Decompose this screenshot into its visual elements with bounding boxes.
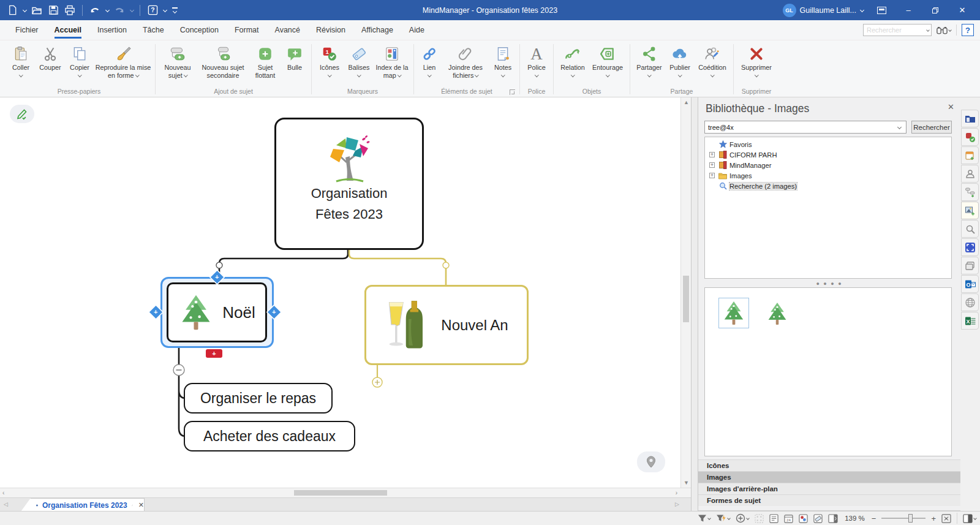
panel-layout-icon[interactable] <box>963 514 976 523</box>
expand-icon[interactable]: + <box>709 173 715 178</box>
copier-button[interactable]: Copier <box>65 43 94 87</box>
open-file-icon[interactable] <box>31 4 43 17</box>
undo-dropdown-icon[interactable] <box>105 8 110 12</box>
panel-resize-dots[interactable]: ● ● ● ● <box>698 281 960 287</box>
redo-icon[interactable] <box>113 4 126 17</box>
icones-button[interactable]: 1 Icônes <box>315 43 344 87</box>
tags-view-icon[interactable] <box>813 514 823 523</box>
sujet-flottant-button[interactable]: Sujet flottant <box>249 43 281 87</box>
tree-item-mindmanager[interactable]: + MindManager <box>705 160 951 170</box>
popout-icon[interactable] <box>132 502 133 508</box>
tab-avance[interactable]: Avancé <box>267 21 308 39</box>
add-topic-red-badge[interactable]: + <box>206 349 222 358</box>
schedule-view-icon[interactable]: 24 <box>784 514 793 523</box>
library-search-input[interactable] <box>704 121 907 134</box>
couper-button[interactable]: Couper <box>36 43 65 87</box>
save-icon[interactable] <box>47 4 59 17</box>
tab-web[interactable] <box>961 293 979 311</box>
reproduire-mise-en-forme-button[interactable]: Reproduire la mise en forme <box>94 43 152 87</box>
zoom-out-button[interactable]: − <box>872 515 876 523</box>
outline-view-icon[interactable] <box>769 514 778 523</box>
topic-central[interactable]: Organisation Fêtes 2023 <box>274 118 424 250</box>
scroll-left-icon[interactable]: ‹ <box>2 489 4 496</box>
help-icon[interactable]: ? <box>146 4 159 17</box>
ribbon-display-options-button[interactable] <box>872 3 891 18</box>
tab-fichier[interactable]: Fichier <box>7 21 47 39</box>
new-document-icon[interactable] <box>6 4 18 17</box>
tab-task-info[interactable] <box>961 146 979 164</box>
entourage-button[interactable]: Entourage <box>589 43 627 87</box>
find-binoculars-icon[interactable] <box>937 26 951 35</box>
customize-qat-icon[interactable] <box>172 7 178 12</box>
close-panel-icon[interactable]: ✕ <box>948 102 954 111</box>
subtopic-organiser-le-repas[interactable]: Organiser le repas <box>184 383 333 414</box>
map-canvas[interactable]: Organisation Fêtes 2023 Noël + + + + <box>0 97 691 488</box>
tab-resources[interactable] <box>961 165 979 183</box>
police-button[interactable]: A Police <box>523 43 550 87</box>
expand-icon[interactable]: + <box>709 162 715 168</box>
expand-icon[interactable]: + <box>709 152 715 157</box>
tree-item-favoris[interactable]: Favoris <box>705 139 951 149</box>
result-image-christmas-tree-1[interactable] <box>718 298 749 328</box>
relation-button[interactable]: Relation <box>557 43 589 87</box>
icon-markers-view-icon[interactable] <box>799 514 808 523</box>
tab-library[interactable] <box>961 110 979 127</box>
vertical-scroll-thumb[interactable] <box>683 276 689 322</box>
tab-images[interactable] <box>961 202 979 219</box>
publier-button[interactable]: Publier <box>665 43 695 87</box>
tab-focus[interactable] <box>961 238 979 256</box>
coller-button[interactable]: Coller <box>6 43 36 87</box>
coedition-button[interactable]: Coédition <box>695 43 730 87</box>
zoom-in-button[interactable]: + <box>931 515 936 523</box>
zoom-slider-handle[interactable] <box>908 514 913 523</box>
accordion-images-arriere-plan[interactable]: Images d'arrière-plan <box>698 483 960 494</box>
tab-search[interactable] <box>961 220 979 238</box>
print-icon[interactable] <box>64 4 76 17</box>
ribbon-search-input[interactable] <box>863 24 932 36</box>
tab-accueil[interactable]: Accueil <box>47 21 89 39</box>
horizontal-scrollbar[interactable]: ‹ › <box>0 488 691 497</box>
tab-windows[interactable] <box>961 257 979 274</box>
tab-format[interactable]: Format <box>227 21 267 39</box>
tab-affichage[interactable]: Affichage <box>353 21 401 39</box>
tab-scroll-left-icon[interactable]: ◁ <box>4 501 8 507</box>
nouveau-sujet-button[interactable]: Nouveau sujet <box>159 43 197 87</box>
add-view-icon[interactable] <box>736 513 749 523</box>
lien-button[interactable]: Lien <box>417 43 442 87</box>
zoom-slider[interactable] <box>881 518 925 519</box>
partager-button[interactable]: Partager <box>633 43 665 87</box>
tree-item-recherche[interactable]: Recherche (2 images) <box>705 181 951 191</box>
pattern-view-icon[interactable] <box>755 514 764 523</box>
joindre-des-fichiers-button[interactable]: Joindre des fichiers <box>442 43 489 87</box>
task-pane-icon[interactable] <box>828 514 838 523</box>
topic-noel[interactable]: Noël <box>167 282 267 342</box>
scroll-right-icon[interactable]: › <box>676 489 677 496</box>
scroll-up-icon[interactable]: ▲ <box>684 99 689 105</box>
close-tab-icon[interactable]: ✕ <box>138 501 144 509</box>
redo-dropdown-icon[interactable] <box>130 8 134 12</box>
help-dropdown-icon[interactable] <box>163 8 167 12</box>
tab-revision[interactable]: Révision <box>308 21 353 39</box>
tree-item-ciform-parh[interactable]: + CIFORM PARH <box>705 149 951 160</box>
fit-map-icon[interactable] <box>941 514 951 523</box>
panel-splitter[interactable] <box>691 97 698 511</box>
rechercher-button[interactable]: Rechercher <box>911 121 952 134</box>
location-indicator[interactable] <box>637 451 665 472</box>
accordion-images[interactable]: Images <box>698 471 960 483</box>
result-image-christmas-tree-2[interactable] <box>766 301 788 328</box>
nouveau-sujet-secondaire-button[interactable]: Nouveau sujet secondaire <box>197 43 249 87</box>
vertical-scrollbar[interactable]: ▲ ▼ <box>680 97 691 488</box>
tree-item-images[interactable]: + Images <box>705 170 951 181</box>
subtopic-acheter-des-cadeaux[interactable]: Acheter des cadeaux <box>184 421 355 451</box>
tab-map-parts[interactable] <box>961 183 979 201</box>
tab-outlook[interactable]: O <box>961 275 979 293</box>
tab-excel[interactable]: X <box>961 312 979 330</box>
dialog-launcher-icon[interactable] <box>510 89 515 95</box>
close-button[interactable]: ✕ <box>953 3 971 18</box>
horizontal-scroll-thumb[interactable] <box>294 490 387 496</box>
tab-aide[interactable]: Aide <box>401 21 432 39</box>
help-button[interactable]: ? <box>962 24 974 36</box>
account-menu[interactable]: GL Guillaume Laill... <box>783 4 864 17</box>
accordion-icones[interactable]: Icônes <box>698 459 960 471</box>
supprimer-button[interactable]: Supprimer <box>737 43 776 87</box>
